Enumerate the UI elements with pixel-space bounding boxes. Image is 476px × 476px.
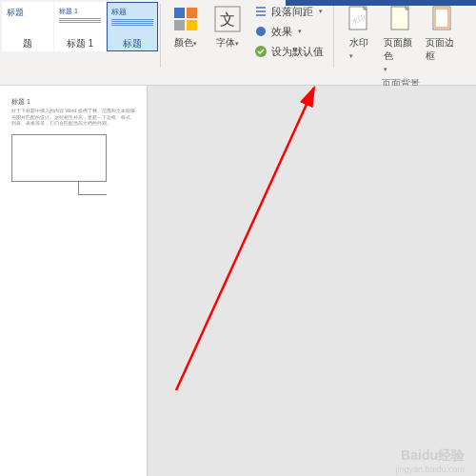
svg-rect-2 bbox=[174, 20, 185, 30]
formatting-group: 颜色▾ 文 字体▾ 段落间距 ▾ bbox=[161, 0, 333, 85]
chevron-down-icon: ▾ bbox=[298, 28, 302, 35]
effects-label: 效果 bbox=[271, 25, 292, 39]
baidu-watermark-url: jingyan.baidu.com bbox=[395, 465, 465, 474]
page-color-icon bbox=[386, 4, 416, 34]
chevron-down-icon: ▾ bbox=[319, 8, 323, 15]
page-color-button[interactable]: 页面颜色▾ bbox=[382, 2, 420, 75]
workspace: 标题 1 对于下标题中插入的内容 Word 提供了精、范围和文本能够与图片匹配的… bbox=[0, 86, 476, 476]
style-item-title[interactable]: 标题 题 bbox=[2, 2, 53, 51]
paragraph-spacing-label: 段落间距 bbox=[271, 5, 313, 19]
set-default-label: 设为默认值 bbox=[271, 45, 324, 59]
style-name: 题 bbox=[7, 37, 49, 50]
style-item-heading-selected[interactable]: 标题 标题 bbox=[107, 2, 158, 51]
style-name: 标题 1 bbox=[59, 37, 101, 50]
font-icon: 文 bbox=[212, 4, 243, 34]
baidu-watermark: Baidu经验 bbox=[401, 447, 465, 465]
style-name: 标题 bbox=[111, 37, 153, 50]
page-border-label: 页面边框 bbox=[426, 36, 460, 63]
chevron-down-icon: ▾ bbox=[235, 40, 239, 47]
watermark-icon: 水印 bbox=[344, 4, 374, 34]
color-label: 颜色 bbox=[174, 37, 193, 48]
document-content: 标题 1 对于下标题中插入的内容 Word 提供了精、范围和文本能够与图片匹配的… bbox=[8, 93, 139, 193]
style-preview: 标题 1 bbox=[59, 7, 101, 37]
svg-rect-3 bbox=[187, 20, 197, 30]
title-bar-fragment bbox=[286, 0, 476, 6]
page-background-group: 水印 水印▾ 页面颜色▾ 页面边框 页面背景 bbox=[334, 0, 467, 85]
check-icon bbox=[254, 45, 268, 58]
doc-chart-placeholder bbox=[11, 134, 107, 182]
style-preview: 标题 bbox=[7, 7, 49, 37]
font-label: 字体 bbox=[216, 37, 235, 48]
page-color-label: 页面颜色 bbox=[384, 37, 412, 61]
svg-text:文: 文 bbox=[220, 11, 235, 28]
page-border-icon bbox=[427, 4, 458, 34]
svg-rect-1 bbox=[187, 8, 197, 18]
set-default-button[interactable]: 设为默认值 bbox=[250, 42, 327, 61]
color-button[interactable]: 颜色▾ bbox=[167, 2, 205, 85]
effects-button[interactable]: 效果 ▾ bbox=[250, 22, 327, 41]
page-border-button[interactable]: 页面边框 bbox=[424, 2, 462, 75]
chevron-down-icon: ▾ bbox=[193, 40, 197, 47]
svg-rect-13 bbox=[391, 7, 408, 30]
paragraph-spacing-icon bbox=[254, 5, 268, 18]
document-page[interactable]: 标题 1 对于下标题中插入的内容 Word 提供了精、范围和文本能够与图片匹配的… bbox=[0, 86, 148, 476]
doc-body: 对于下标题中插入的内容 Word 提供了精、范围和文本能够与图片匹配的设计。这些… bbox=[11, 108, 135, 127]
watermark-label: 水印 bbox=[349, 37, 368, 48]
doc-heading: 标题 1 bbox=[11, 97, 135, 106]
watermark-button[interactable]: 水印 水印▾ bbox=[340, 2, 378, 75]
style-gallery[interactable]: 标题 题 标题 1 标题 1 标题 标题 bbox=[0, 0, 160, 85]
svg-rect-0 bbox=[174, 8, 185, 18]
svg-point-9 bbox=[256, 27, 266, 36]
chevron-down-icon: ▾ bbox=[384, 66, 387, 72]
svg-rect-14 bbox=[433, 7, 450, 30]
style-item-heading1[interactable]: 标题 1 标题 1 bbox=[54, 2, 106, 51]
svg-line-16 bbox=[176, 88, 314, 390]
font-button[interactable]: 文 字体▾ bbox=[208, 2, 247, 85]
style-preview: 标题 bbox=[111, 7, 153, 37]
annotation-arrow bbox=[148, 76, 338, 409]
chevron-down-icon: ▾ bbox=[349, 52, 353, 59]
color-palette-icon bbox=[170, 4, 201, 34]
ribbon: 标题 题 标题 1 标题 1 标题 标题 bbox=[0, 0, 476, 86]
effects-icon bbox=[254, 25, 268, 38]
